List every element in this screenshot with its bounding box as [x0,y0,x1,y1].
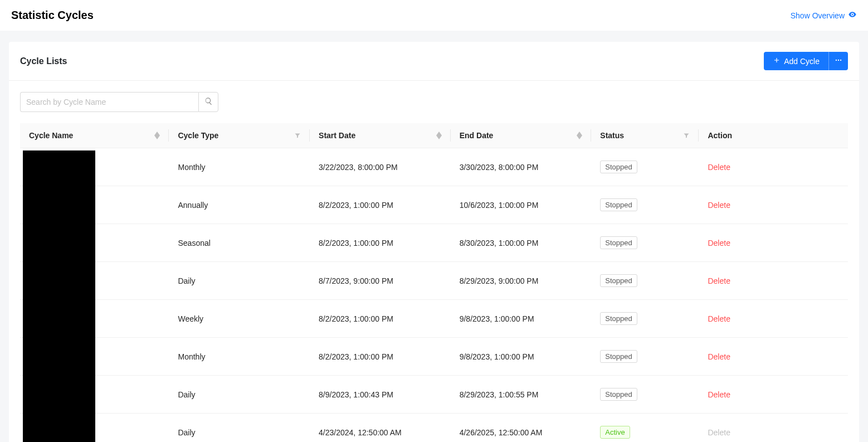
cell-action: Delete [699,262,848,300]
cell-status: Stopped [591,224,699,262]
col-cycle-name[interactable]: Cycle Name [29,131,73,140]
col-start-date[interactable]: Start Date [319,131,355,140]
cell-action: Delete [699,414,848,443]
status-badge: Stopped [600,236,637,249]
cell-action: Delete [699,186,848,224]
table-row: Daily8/7/2023, 9:00:00 PM8/29/2023, 9:00… [20,262,848,300]
cell-action: Delete [699,148,848,186]
cell-start-date: 8/2/2023, 1:00:00 PM [310,300,451,338]
cell-end-date: 8/29/2023, 1:00:55 PM [451,376,592,414]
sort-icon[interactable] [154,132,160,139]
delete-button[interactable]: Delete [708,276,730,285]
svg-point-1 [838,60,839,61]
table-row: Monthly8/2/2023, 1:00:00 PM9/8/2023, 1:0… [20,338,848,376]
cell-start-date: 8/2/2023, 1:00:00 PM [310,224,451,262]
cell-end-date: 8/29/2023, 9:00:00 PM [451,262,592,300]
cell-status: Stopped [591,376,699,414]
delete-button[interactable]: Delete [708,239,730,247]
search-icon [204,97,213,107]
cell-status: Stopped [591,148,699,186]
cell-action: Delete [699,338,848,376]
add-cycle-label: Add Cycle [784,57,820,66]
col-action: Action [708,131,732,140]
cell-end-date: 9/8/2023, 1:00:00 PM [451,300,592,338]
cell-action: Delete [699,224,848,262]
add-cycle-button[interactable]: Add Cycle [764,52,828,70]
delete-button[interactable]: Delete [708,163,730,172]
cell-end-date: 9/8/2023, 1:00:00 PM [451,338,592,376]
cell-end-date: 3/30/2023, 8:00:00 PM [451,148,592,186]
sort-icon[interactable] [436,132,442,139]
card-title: Cycle Lists [20,56,67,66]
table-row: Daily8/9/2023, 1:00:43 PM8/29/2023, 1:00… [20,376,848,414]
svg-point-2 [840,60,841,61]
cell-end-date: 8/30/2023, 1:00:00 PM [451,224,592,262]
cell-action: Delete [699,300,848,338]
status-badge: Stopped [600,274,637,287]
status-badge: Stopped [600,312,637,325]
cell-status: Stopped [591,262,699,300]
table-row: Annually8/2/2023, 1:00:00 PM10/6/2023, 1… [20,186,848,224]
eye-icon [848,10,857,21]
filter-icon[interactable] [683,132,690,139]
status-badge: Stopped [600,388,637,401]
cell-cycle-type: Daily [169,376,310,414]
cell-cycle-type: Daily [169,414,310,443]
cell-cycle-type: Weekly [169,300,310,338]
sort-icon[interactable] [577,132,582,139]
delete-button[interactable]: Delete [708,201,730,210]
status-badge: Stopped [600,350,637,363]
delete-button: Delete [708,428,730,437]
plus-icon [773,56,781,66]
cell-status: Stopped [591,186,699,224]
delete-button[interactable]: Delete [708,390,730,399]
cell-cycle-type: Annually [169,186,310,224]
col-end-date[interactable]: End Date [460,131,494,140]
status-badge: Active [600,426,630,439]
redacted-cycle-names [23,150,95,443]
table-row: Daily4/23/2024, 12:50:00 AM4/26/2025, 12… [20,414,848,443]
add-cycle-more-button[interactable] [828,52,848,70]
show-overview-link[interactable]: Show Overview [791,10,857,21]
delete-button[interactable]: Delete [708,352,730,361]
cell-start-date: 3/22/2023, 8:00:00 PM [310,148,451,186]
cell-start-date: 8/2/2023, 1:00:00 PM [310,338,451,376]
cell-cycle-type: Monthly [169,148,310,186]
cell-start-date: 8/7/2023, 9:00:00 PM [310,262,451,300]
cell-end-date: 10/6/2023, 1:00:00 PM [451,186,592,224]
table-row: Weekly8/2/2023, 1:00:00 PM9/8/2023, 1:00… [20,300,848,338]
cell-cycle-type: Daily [169,262,310,300]
show-overview-label: Show Overview [791,11,845,20]
status-badge: Stopped [600,198,637,211]
delete-button[interactable]: Delete [708,314,730,323]
cell-start-date: 8/9/2023, 1:00:43 PM [310,376,451,414]
cell-status: Stopped [591,300,699,338]
cell-status: Stopped [591,338,699,376]
table-row: Monthly3/22/2023, 8:00:00 PM3/30/2023, 8… [20,148,848,186]
filter-icon[interactable] [294,132,301,139]
cell-status: Active [591,414,699,443]
table-row: Seasonal8/2/2023, 1:00:00 PM8/30/2023, 1… [20,224,848,262]
col-status[interactable]: Status [600,131,624,140]
status-badge: Stopped [600,161,637,173]
search-input[interactable] [20,92,198,112]
cell-cycle-type: Seasonal [169,224,310,262]
ellipsis-icon [835,56,842,66]
cell-start-date: 4/23/2024, 12:50:00 AM [310,414,451,443]
search-button[interactable] [198,92,218,112]
cell-end-date: 4/26/2025, 12:50:00 AM [451,414,592,443]
col-cycle-type[interactable]: Cycle Type [178,131,218,140]
page-title: Statistic Cycles [11,9,94,22]
cell-action: Delete [699,376,848,414]
cell-start-date: 8/2/2023, 1:00:00 PM [310,186,451,224]
svg-point-0 [836,60,837,61]
cell-cycle-type: Monthly [169,338,310,376]
